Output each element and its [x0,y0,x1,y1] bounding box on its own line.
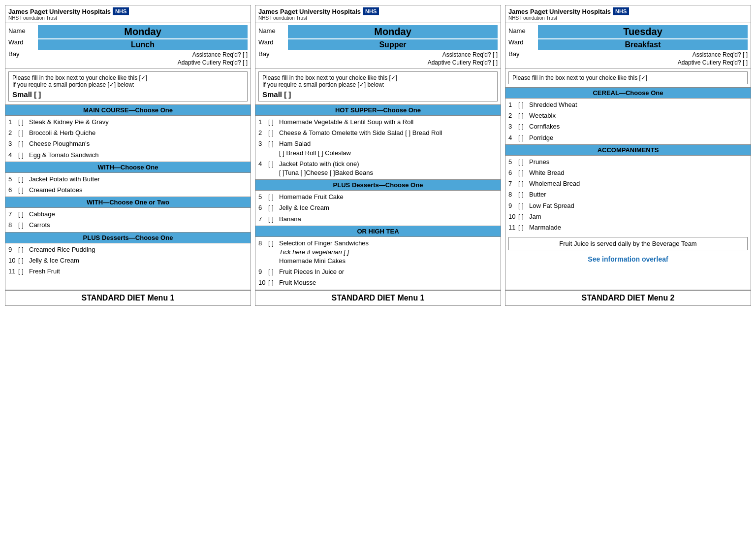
nhs-logo: NHS [613,7,629,15]
item-text: Marmalade [529,223,748,232]
menu-item: 8[ ]Selection of Finger SandwichesTick h… [258,238,498,267]
info-labels: Name Ward Bay [508,25,538,66]
item-checkbox[interactable]: [ ] [18,129,29,137]
item-text: Ham Salad[ ] Bread Roll [ ] Coleslaw [279,139,498,157]
adaptive-row: Adaptive Cutlery Req'd? [ ] [38,59,248,66]
item-number: 9 [8,245,18,254]
menu-item: 9[ ]Low Fat Spread [508,201,748,211]
item-number: 2 [8,129,18,137]
item-text: Jelly & Ice Cream [29,256,248,265]
item-checkbox[interactable]: [ ] [268,278,279,287]
day-label: Monday [288,25,498,38]
item-checkbox[interactable]: [ ] [18,267,29,276]
adaptive-text: Adaptive Cutlery Req'd? [ ] [428,59,498,66]
high-tea-header: OR HIGH TEA [255,226,501,237]
menu-item: 10[ ]Jam [508,211,748,222]
item-checkbox[interactable]: [ ] [268,203,279,212]
item-checkbox[interactable]: [ ] [268,268,279,276]
high-tea-items: 8[ ]Selection of Finger SandwichesTick h… [255,237,501,290]
assistance-row: Assistance Req'd? [ ] [288,51,498,58]
item-number: 1 [8,118,18,127]
item-text: Broccoli & Herb Quiche [29,129,248,137]
item-checkbox[interactable]: [ ] [18,221,29,230]
item-checkbox[interactable]: [ ] [518,190,529,199]
instruction-line-0: Please fill in the box next to your choi… [262,74,494,81]
menu-item: 1[ ]Shredded Wheat [508,100,748,110]
item-checkbox[interactable]: [ ] [268,239,279,248]
section-header-1: PLUS Desserts—Choose One [255,179,501,191]
see-overleaf[interactable]: See information overleaf [505,253,751,265]
item-checkbox[interactable]: [ ] [18,139,29,148]
item-checkbox[interactable]: [ ] [518,134,529,142]
header-inner: James Paget University Hospitals NHS NHS… [508,7,629,21]
item-text: Creamed Potatoes [29,186,248,195]
item-checkbox[interactable]: [ ] [18,186,29,195]
bay-label: Bay [8,48,38,60]
menu-item: 4[ ]Porridge [508,133,748,143]
small-label: Small [ ] [262,90,494,99]
card-header: James Paget University Hospitals NHS NHS… [5,5,251,23]
hospital-name: James Paget University Hospitals [258,8,361,15]
item-checkbox[interactable]: [ ] [268,139,279,148]
item-checkbox[interactable]: [ ] [268,118,279,127]
item-number: 3 [258,139,268,148]
item-checkbox[interactable]: [ ] [18,210,29,219]
card-footer: STANDARD DIET Menu 2 [505,290,751,305]
bay-label: Bay [258,48,288,60]
item-checkbox[interactable]: [ ] [518,223,529,232]
adaptive-row: Adaptive Cutlery Req'd? [ ] [538,59,748,66]
menu-item: 1[ ]Steak & Kidney Pie & Gravy [8,117,248,128]
item-checkbox[interactable]: [ ] [518,122,529,131]
info-labels: Name Ward Bay [258,25,288,66]
item-text: Wholemeal Bread [529,179,748,188]
item-text: Fresh Fruit [29,267,248,276]
item-checkbox[interactable]: [ ] [18,256,29,265]
item-checkbox[interactable]: [ ] [268,215,279,224]
menu-card-monday-lunch: James Paget University Hospitals NHS NHS… [5,5,251,306]
menu-items-1: 5[ ]Homemade Fruit Cake6[ ]Jelly & Ice C… [255,191,501,226]
item-checkbox[interactable]: [ ] [268,129,279,137]
item-number: 9 [508,201,518,210]
info-right: Monday Lunch Assistance Req'd? [ ] Adapt… [38,25,248,66]
trust-name: NHS Foundation Trust [508,15,557,21]
item-checkbox[interactable]: [ ] [518,201,529,210]
item-checkbox[interactable]: [ ] [18,118,29,127]
item-checkbox[interactable]: [ ] [18,175,29,184]
info-labels: Name Ward Bay [8,25,38,66]
item-text: Fruit Mousse [279,278,498,287]
item-text: Cheese Ploughman's [29,139,248,148]
item-text: Jacket Potato with Butter [29,175,248,184]
adaptive-text: Adaptive Cutlery Req'd? [ ] [178,59,248,66]
instructions-box: Please fill in the box next to your choi… [258,71,498,101]
hospital-name: James Paget University Hospitals [508,8,611,15]
item-checkbox[interactable]: [ ] [518,111,529,120]
ward-label: Ward [8,36,38,48]
item-number: 1 [508,100,518,109]
menu-item: 6[ ]White Bread [508,167,748,178]
menu-item: 1[ ]Homemade Vegetable & Lentil Soup wit… [258,117,498,128]
item-text: Jam [529,212,748,221]
menu-card-monday-supper: James Paget University Hospitals NHS NHS… [255,5,501,306]
item-checkbox[interactable]: [ ] [518,179,529,188]
assistance-text: Assistance Req'd? [ ] [442,51,498,58]
adaptive-text: Adaptive Cutlery Req'd? [ ] [678,59,748,66]
item-text: Butter [529,190,748,199]
card-header: James Paget University Hospitals NHS NHS… [255,5,501,23]
item-checkbox[interactable]: [ ] [268,160,279,168]
card-footer: STANDARD DIET Menu 1 [255,290,501,305]
item-text: Steak & Kidney Pie & Gravy [29,118,248,127]
item-checkbox[interactable]: [ ] [18,245,29,254]
item-checkbox[interactable]: [ ] [268,193,279,201]
page-container: James Paget University Hospitals NHS NHS… [5,5,751,306]
item-text: Homemade Fruit Cake [279,193,498,201]
item-checkbox[interactable]: [ ] [518,212,529,221]
header-top-row: James Paget University Hospitals NHS [508,7,629,15]
item-text: Egg & Tomato Sandwich [29,151,248,160]
menu-item: 3[ ]Cheese Ploughman's [8,138,248,149]
item-checkbox[interactable]: [ ] [18,151,29,160]
info-section: Name Ward Bay Monday Supper Assistance R… [255,23,501,68]
menu-item: 6[ ]Jelly & Ice Cream [258,202,498,213]
item-checkbox[interactable]: [ ] [518,168,529,177]
item-checkbox[interactable]: [ ] [518,158,529,167]
item-checkbox[interactable]: [ ] [518,100,529,109]
